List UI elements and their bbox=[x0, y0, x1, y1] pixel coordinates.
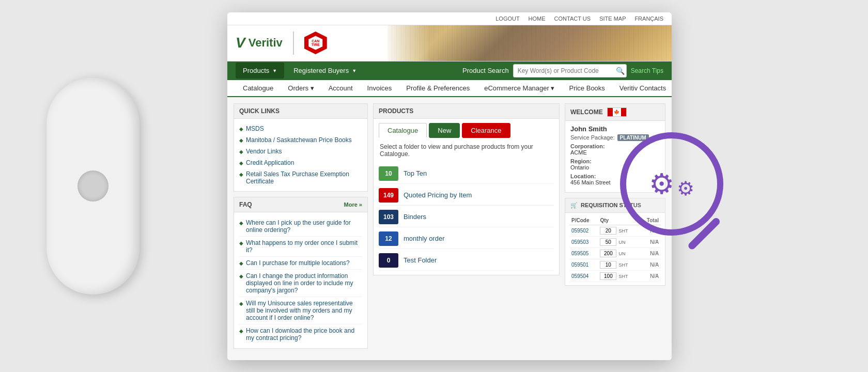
magnifier-handle bbox=[687, 216, 721, 251]
middle-panel: PRODUCTS Catalogue New Clearance Select … bbox=[373, 103, 560, 354]
faq-item-3[interactable]: ◆ Can I purchase for multiple locations? bbox=[239, 257, 362, 270]
faq-item-1-text[interactable]: Where can I pick up the user guide for o… bbox=[246, 219, 362, 234]
folder-name-binders[interactable]: Binders bbox=[404, 213, 426, 221]
bullet-icon: ◆ bbox=[239, 220, 243, 226]
quick-link-msds[interactable]: ◆ MSDS bbox=[239, 123, 362, 134]
nav-catalogue[interactable]: Catalogue bbox=[236, 80, 281, 96]
faq-more-link[interactable]: More » bbox=[344, 202, 362, 208]
francais-link[interactable]: FRANÇAIS bbox=[634, 16, 663, 22]
folder-binders[interactable]: 103 Binders bbox=[379, 207, 554, 227]
nav-invoices[interactable]: Invoices bbox=[360, 80, 399, 96]
folder-top-ten[interactable]: 10 Top Ten bbox=[379, 164, 554, 184]
folder-monthly-order[interactable]: 12 monthly order bbox=[379, 229, 554, 249]
quick-link-msds-text[interactable]: MSDS bbox=[246, 125, 264, 132]
magnifier-circle: ⚙ ⚙ bbox=[620, 132, 723, 236]
quick-link-retail-tax[interactable]: ◆ Retail Sales Tax Purchase Exemption Ce… bbox=[239, 168, 362, 187]
quick-link-mb-text[interactable]: Manitoba / Saskatchewan Price Books bbox=[246, 136, 352, 144]
qty-input-1[interactable] bbox=[600, 238, 616, 246]
content-area: QUICK LINKS ◆ MSDS ◆ Manitoba / Saskatch… bbox=[227, 97, 672, 360]
quick-link-retail-text[interactable]: Retail Sales Tax Purchase Exemption Cert… bbox=[246, 171, 362, 185]
quick-link-vendor-text[interactable]: Vendor Links bbox=[246, 148, 282, 155]
search-input[interactable] bbox=[513, 64, 627, 78]
nav-left-buttons: Products ▼ Registered Buyers ▼ bbox=[236, 63, 364, 79]
secondary-navigation: Catalogue Orders ▾ Account Invoices Prof… bbox=[227, 80, 672, 97]
folder-name-test[interactable]: Test Folder bbox=[404, 256, 437, 264]
pcode-link-2[interactable]: 059505 bbox=[571, 251, 588, 256]
left-panel: QUICK LINKS ◆ MSDS ◆ Manitoba / Saskatch… bbox=[234, 103, 368, 354]
folder-list: 10 Top Ten 149 Quoted Pricing by Item 10… bbox=[379, 164, 554, 271]
utility-nav: LOGOUT HOME CONTACT US SITE MAP FRANÇAIS bbox=[227, 12, 672, 25]
bullet-icon: ◆ bbox=[239, 240, 243, 246]
faq-item-2[interactable]: ◆ What happens to my order once I submit… bbox=[239, 237, 362, 257]
pcode-link-4[interactable]: 059504 bbox=[571, 273, 588, 279]
folder-quoted-pricing[interactable]: 149 Quoted Pricing by Item bbox=[379, 185, 554, 206]
logout-link[interactable]: LOGOUT bbox=[495, 16, 519, 22]
products-header: PRODUCTS bbox=[374, 104, 559, 119]
pcode-link-1[interactable]: 059503 bbox=[571, 239, 588, 245]
pcode-link-0[interactable]: 059502 bbox=[571, 228, 588, 234]
pcode-link-3[interactable]: 059501 bbox=[571, 262, 588, 268]
nav-price-books[interactable]: Price Books bbox=[562, 80, 612, 96]
faq-item-1[interactable]: ◆ Where can I pick up the user guide for… bbox=[239, 216, 362, 237]
folder-badge-test: 0 bbox=[379, 253, 398, 268]
search-tips-link[interactable]: Search Tips bbox=[631, 67, 663, 74]
folder-name-top-ten[interactable]: Top Ten bbox=[404, 169, 427, 177]
quick-links-body: ◆ MSDS ◆ Manitoba / Saskatchewan Price B… bbox=[234, 119, 367, 191]
faq-item-5[interactable]: ◆ Will my Unisource sales representative… bbox=[239, 297, 362, 324]
home-link[interactable]: HOME bbox=[529, 16, 546, 22]
quick-links-header: QUICK LINKS bbox=[234, 104, 367, 119]
nav-profile-preferences[interactable]: Profile & Preferences bbox=[399, 80, 477, 96]
quick-link-vendor-links[interactable]: ◆ Vendor Links bbox=[239, 146, 362, 157]
quick-link-credit-app[interactable]: ◆ Credit Application bbox=[239, 157, 362, 168]
bullet-icon: ◆ bbox=[239, 273, 243, 279]
search-input-wrap: 🔍 bbox=[513, 64, 627, 78]
products-nav-button[interactable]: Products ▼ bbox=[236, 63, 284, 79]
faq-item-4[interactable]: ◆ Can I change the product information d… bbox=[239, 270, 362, 297]
faq-item-5-text[interactable]: Will my Unisource sales representative s… bbox=[246, 300, 362, 321]
faq-item-3-text[interactable]: Can I purchase for multiple locations? bbox=[246, 259, 350, 267]
tab-catalogue[interactable]: Catalogue bbox=[379, 123, 427, 138]
nav-veritiv-contacts[interactable]: Veritiv Contacts bbox=[612, 80, 672, 96]
quick-link-credit-text[interactable]: Credit Application bbox=[246, 159, 294, 166]
registered-buyers-chevron-icon: ▼ bbox=[352, 68, 357, 73]
folder-name-monthly[interactable]: monthly order bbox=[404, 235, 444, 242]
tab-clearance[interactable]: Clearance bbox=[462, 123, 510, 138]
registered-buyers-nav-button[interactable]: Registered Buyers ▼ bbox=[286, 63, 364, 79]
bullet-icon: ◆ bbox=[239, 301, 243, 306]
faq-box: FAQ More » ◆ Where can I pick up the use… bbox=[234, 197, 368, 349]
search-icon-button[interactable]: 🔍 bbox=[616, 67, 625, 75]
qty-input-3[interactable] bbox=[600, 261, 616, 269]
folder-badge-binders: 103 bbox=[379, 210, 398, 224]
browser-window: LOGOUT HOME CONTACT US SITE MAP FRANÇAIS… bbox=[227, 12, 672, 360]
logo-area: V Veritiv CANTIRE bbox=[236, 32, 332, 55]
contact-us-link[interactable]: CONTACT US bbox=[554, 16, 591, 22]
quick-link-mb-price-books[interactable]: ◆ Manitoba / Saskatchewan Price Books bbox=[239, 134, 362, 146]
qty-input-0[interactable] bbox=[600, 227, 616, 235]
products-description: Select a folder to view and purchase pro… bbox=[379, 143, 554, 158]
faq-item-6[interactable]: ◆ How can I download the price book and … bbox=[239, 324, 362, 344]
faq-item-6-text[interactable]: How can I download the price book and my… bbox=[246, 327, 362, 342]
qty-input-2[interactable] bbox=[600, 250, 616, 257]
site-map-link[interactable]: SITE MAP bbox=[599, 16, 626, 22]
faq-item-4-text[interactable]: Can I change the product information dis… bbox=[246, 272, 362, 294]
bullet-icon: ◆ bbox=[239, 328, 243, 334]
faq-item-2-text[interactable]: What happens to my order once I submit i… bbox=[246, 239, 362, 254]
quick-links-box: QUICK LINKS ◆ MSDS ◆ Manitoba / Saskatch… bbox=[234, 103, 368, 192]
veritiv-logo[interactable]: V Veritiv bbox=[236, 35, 283, 51]
nav-orders[interactable]: Orders ▾ bbox=[281, 80, 321, 96]
site-header: V Veritiv CANTIRE bbox=[227, 25, 672, 61]
tab-new[interactable]: New bbox=[429, 123, 460, 138]
nav-account[interactable]: Account bbox=[321, 80, 360, 96]
paper-roll-decoration bbox=[47, 78, 140, 295]
folder-test[interactable]: 0 Test Folder bbox=[379, 251, 554, 271]
qty-input-4[interactable] bbox=[600, 272, 616, 280]
total-4: N/A bbox=[650, 273, 659, 279]
main-navigation: Products ▼ Registered Buyers ▼ Product S… bbox=[227, 61, 672, 80]
folder-name-quoted[interactable]: Quoted Pricing by Item bbox=[404, 191, 472, 199]
veritiv-v-letter: V bbox=[236, 35, 245, 51]
bullet-icon: ◆ bbox=[239, 160, 243, 166]
faq-header: FAQ More » bbox=[234, 197, 367, 212]
canada-flag-icon: 🍁 bbox=[607, 107, 627, 117]
folder-badge-monthly: 12 bbox=[379, 231, 398, 246]
nav-ecommerce-manager[interactable]: eCommerce Manager ▾ bbox=[477, 80, 562, 96]
